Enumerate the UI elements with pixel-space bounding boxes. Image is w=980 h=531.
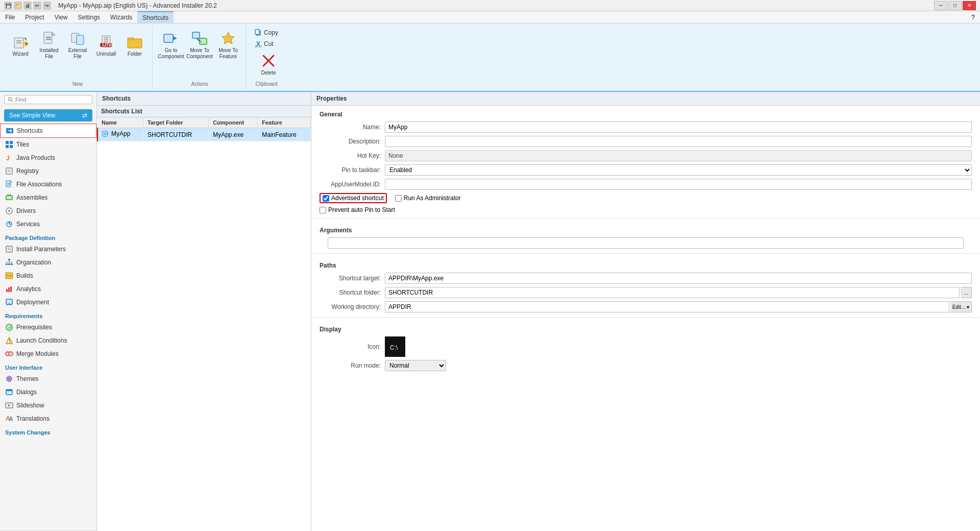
- minimize-button[interactable]: ─: [934, 1, 947, 10]
- sidebar-search-container[interactable]: [4, 95, 92, 104]
- ribbon-group-clipboard-label: Clipboard: [256, 79, 278, 87]
- sidebar-item-drivers[interactable]: Drivers: [0, 204, 96, 218]
- shortcut-row-icon: MyApp: [102, 130, 130, 137]
- run-as-admin-checkbox[interactable]: [395, 195, 402, 202]
- sidebar-item-organization[interactable]: Organization: [0, 256, 96, 269]
- shortcuts-list-pane: Shortcuts Shortcuts List Name Target Fol…: [97, 92, 311, 531]
- install-params-icon: [5, 245, 13, 253]
- ribbon-btn-installed-file[interactable]: InstalledFile: [36, 28, 62, 62]
- menu-project[interactable]: Project: [20, 11, 49, 23]
- sidebar-item-prerequisites[interactable]: ✓ Prerequisites: [0, 321, 96, 334]
- shortcut-target-folder-cell: SHORTCUTDIR: [143, 128, 209, 141]
- move-to-feature-icon: [220, 30, 236, 46]
- prop-arguments-input[interactable]: [328, 237, 964, 249]
- close-button[interactable]: ✕: [963, 1, 976, 10]
- sidebar-item-install-params[interactable]: Install Parameters: [0, 243, 96, 256]
- divider-3: [311, 317, 980, 318]
- sidebar-item-analytics[interactable]: Analytics: [0, 282, 96, 296]
- menu-help[interactable]: ?: [966, 12, 980, 22]
- sidebar-item-merge-modules[interactable]: Merge Modules: [0, 347, 96, 360]
- title-bar-controls[interactable]: ─ □ ✕: [934, 1, 976, 10]
- prevent-auto-pin-checkbox[interactable]: [320, 207, 326, 213]
- organization-icon: [5, 258, 13, 267]
- svg-rect-63: [8, 259, 10, 260]
- prop-description-input[interactable]: [385, 136, 972, 147]
- sidebar-item-assemblies[interactable]: Assemblies: [0, 191, 96, 204]
- properties-title: Properties: [311, 92, 980, 106]
- prop-app-user-model-label: AppUserModel.ID:: [320, 181, 381, 188]
- advertised-shortcut-checkbox[interactable]: [323, 195, 329, 202]
- ribbon-btn-external-file[interactable]: ExternalFile: [64, 28, 91, 62]
- sidebar-item-slideshow[interactable]: Slideshow: [0, 399, 96, 412]
- sidebar-item-builds[interactable]: Builds: [0, 269, 96, 282]
- shortcut-folder-browse-btn[interactable]: ...: [961, 287, 972, 298]
- search-input[interactable]: [15, 96, 89, 103]
- external-file-label: ExternalFile: [68, 47, 87, 60]
- prop-name-input[interactable]: [385, 122, 972, 133]
- ribbon-btn-move-to-feature[interactable]: Move ToFeature: [215, 28, 241, 62]
- prop-pin-taskbar-select[interactable]: Enabled Disabled: [385, 164, 972, 176]
- clipboard-buttons: Copy Cut: [251, 28, 282, 49]
- ribbon-btn-goto-component[interactable]: Go toComponent: [158, 28, 184, 62]
- prevent-auto-pin-label[interactable]: Prevent auto Pin to Start: [328, 206, 395, 213]
- menu-shortcuts[interactable]: Shortcuts: [137, 11, 174, 23]
- ribbon-new-buttons: ✦ Wizard InstalledFile: [7, 28, 148, 62]
- maximize-button[interactable]: □: [948, 1, 962, 10]
- simple-view-button[interactable]: See Simple View ⇄: [4, 109, 92, 122]
- menu-wizards[interactable]: Wizards: [105, 11, 137, 23]
- prop-hotkey-label: Hot Key:: [320, 152, 381, 159]
- drivers-label: Drivers: [16, 207, 36, 214]
- working-dir-input[interactable]: [385, 301, 949, 312]
- menu-bar: File Project View Settings Wizards Short…: [0, 11, 980, 23]
- shortcut-folder-input[interactable]: [385, 287, 960, 298]
- table-row[interactable]: MyApp SHORTCUTDIR MyApp.exe MainFeature: [97, 128, 311, 141]
- sidebar-item-services[interactable]: Services: [0, 218, 96, 231]
- ribbon-btn-move-to-component[interactable]: Move ToComponent: [186, 28, 213, 62]
- sidebar-item-launch-conditions[interactable]: ! Launch Conditions: [0, 334, 96, 347]
- ribbon-btn-cut[interactable]: Cut: [251, 39, 282, 49]
- ribbon-btn-copy[interactable]: Copy: [251, 28, 282, 38]
- ribbon-btn-delete[interactable]: Delete: [255, 50, 282, 78]
- shortcuts-table-container[interactable]: Name Target Folder Component Feature: [97, 117, 311, 531]
- ribbon-btn-wizard[interactable]: ✦ Wizard: [7, 30, 34, 60]
- installed-file-icon: [41, 30, 57, 46]
- ribbon-btn-uninstall[interactable]: UNIN Uninstall: [93, 30, 119, 60]
- working-dir-label: Working directory:: [320, 303, 381, 310]
- sidebar-scroll[interactable]: Shortcuts Tiles J: [0, 124, 96, 530]
- svg-rect-41: [10, 141, 13, 144]
- slideshow-label: Slideshow: [16, 402, 44, 409]
- run-mode-label: Run mode:: [320, 362, 381, 369]
- icon-preview[interactable]: C:\: [385, 336, 405, 357]
- svg-rect-76: [10, 286, 12, 292]
- sidebar-item-shortcuts[interactable]: Shortcuts: [0, 124, 96, 138]
- tiles-label: Tiles: [16, 141, 29, 148]
- svg-text:UNIN: UNIN: [102, 41, 114, 48]
- folder-label: Folder: [128, 51, 142, 57]
- col-target-folder: Target Folder: [143, 117, 209, 128]
- shortcut-name-cell[interactable]: MyApp: [97, 128, 143, 141]
- sidebar-item-dialogs[interactable]: Dialogs: [0, 385, 96, 399]
- properties-pane: Properties General Name: Description: Ho…: [311, 92, 980, 531]
- menu-file[interactable]: File: [0, 11, 20, 23]
- shortcut-target-input[interactable]: [385, 273, 972, 284]
- prop-icon-row: Icon: C:\: [311, 335, 980, 358]
- run-as-admin-label[interactable]: Run As Administrator: [404, 195, 461, 202]
- sidebar-item-translations[interactable]: A A Translations: [0, 412, 96, 425]
- working-dir-edit-btn[interactable]: Edit... ▾: [950, 301, 972, 312]
- menu-view[interactable]: View: [50, 11, 73, 23]
- sidebar-item-file-associations[interactable]: File Associations: [0, 178, 96, 191]
- menu-settings[interactable]: Settings: [73, 11, 105, 23]
- ribbon-btn-folder[interactable]: Folder: [121, 30, 148, 60]
- prop-app-user-model-input[interactable]: [385, 179, 972, 190]
- arguments-section-label: Arguments: [311, 222, 980, 236]
- run-mode-select[interactable]: Normal Minimized Maximized: [385, 360, 446, 371]
- sidebar-item-deployment[interactable]: Deployment: [0, 296, 96, 309]
- title-bar-app-icons: 💾 📂 🖨 ↩ ↪: [4, 2, 51, 10]
- sidebar-item-registry[interactable]: Registry: [0, 164, 96, 178]
- sidebar-item-tiles[interactable]: Tiles: [0, 138, 96, 151]
- svg-rect-73: [6, 273, 13, 276]
- advertised-shortcut-label[interactable]: Advertised shortcut: [331, 195, 384, 202]
- sidebar-item-themes[interactable]: Themes: [0, 372, 96, 385]
- sidebar-item-java-products[interactable]: J Java Products: [0, 151, 96, 164]
- ribbon-group-clipboard: Copy Cut Delete: [247, 26, 286, 89]
